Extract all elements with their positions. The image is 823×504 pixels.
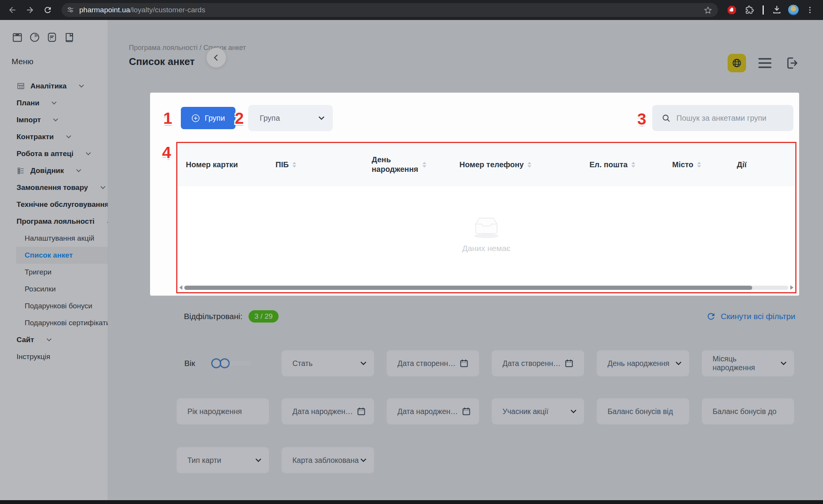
filter-row-2: Рік народженняДата народжен…Дата народже… bbox=[150, 398, 799, 424]
sort-icon[interactable] bbox=[631, 162, 635, 168]
customer-cards-panel: 1 2 3 4 Групи Група bbox=[150, 93, 799, 296]
reload-icon bbox=[43, 5, 52, 15]
bookmark-star-icon[interactable] bbox=[703, 5, 713, 15]
menu-heading: Меню bbox=[0, 43, 108, 66]
filter-stats-row: Відфільтровані: 3 / 29 Скинути всі фільт… bbox=[150, 310, 799, 323]
scroll-left-arrow[interactable] bbox=[179, 285, 182, 290]
sidebar-item-label: Контракти bbox=[17, 133, 54, 141]
site-settings-icon[interactable] bbox=[66, 6, 75, 14]
column-header-actions[interactable]: Дії bbox=[737, 160, 795, 169]
scrollbar-track[interactable] bbox=[184, 286, 788, 290]
reset-filters-link[interactable]: Скинути всі фільтри bbox=[706, 311, 795, 321]
filter-row-3: Тип картиКарта заблокована bbox=[150, 447, 799, 473]
age-filter-slider[interactable] bbox=[211, 358, 230, 368]
chrome-menu-icon[interactable] bbox=[803, 3, 817, 17]
chevron-down-icon bbox=[79, 83, 84, 88]
logout-icon bbox=[784, 55, 799, 71]
sidebar-item-pharmacy-work[interactable]: Робота в аптеці bbox=[0, 145, 108, 162]
filter-card-blocked-select[interactable]: Карта заблокована bbox=[282, 447, 374, 473]
sort-icon[interactable] bbox=[528, 162, 531, 168]
sidebar-item-plans[interactable]: Плани bbox=[0, 95, 108, 111]
calendar-icon bbox=[459, 358, 469, 368]
filter-created-date-from[interactable]: Дата створенн… bbox=[387, 350, 479, 376]
filter-label: Вік bbox=[184, 359, 195, 368]
chevron-down-icon bbox=[676, 359, 682, 366]
groups-button[interactable]: Групи bbox=[181, 107, 235, 129]
column-label: День народження bbox=[372, 155, 419, 174]
filter-promo-participant-select[interactable]: Учасник акції bbox=[492, 398, 584, 424]
sidebar-item-label: Робота в аптеці bbox=[17, 150, 73, 158]
sort-icon[interactable] bbox=[422, 162, 426, 168]
sort-icon[interactable] bbox=[292, 162, 296, 168]
sidebar-item-customer-cards[interactable]: Список анкет bbox=[16, 247, 108, 264]
sidebar-item-gift-certificates[interactable]: Подарункові сертифікати bbox=[0, 314, 108, 331]
browser-forward-button[interactable] bbox=[23, 3, 37, 17]
annotation-marker-1: 1 bbox=[163, 110, 172, 126]
sidebar-item-promo-settings[interactable]: Налаштування акцій bbox=[0, 230, 108, 247]
search-input[interactable] bbox=[676, 114, 784, 123]
scroll-right-arrow[interactable] bbox=[790, 285, 793, 290]
chevron-down-icon bbox=[76, 167, 81, 172]
browser-profile-avatar[interactable] bbox=[788, 4, 799, 16]
filter-birth-date-from[interactable]: Дата народжен… bbox=[282, 398, 374, 424]
table-header-row: Номер карткиПІБДень народженняНомер теле… bbox=[177, 143, 795, 186]
filter-birthday-day-select[interactable]: День народження bbox=[597, 350, 689, 376]
document-icon[interactable] bbox=[46, 32, 58, 43]
group-select[interactable]: Група bbox=[248, 105, 333, 131]
filter-created-date-to[interactable]: Дата створенн… bbox=[492, 350, 584, 376]
hamburger-menu-icon[interactable] bbox=[758, 58, 771, 68]
sidebar-item-import[interactable]: Імпорт bbox=[0, 111, 108, 128]
sidebar-item-instruction[interactable]: Інструкція bbox=[0, 348, 108, 365]
sidebar-item-triggers[interactable]: Тригери bbox=[0, 264, 108, 281]
address-bar[interactable]: pharmapoint.ua/loyalty/customer-cards bbox=[62, 3, 718, 17]
downloads-icon[interactable] bbox=[770, 3, 784, 17]
filter-birth-date-to[interactable]: Дата народжен… bbox=[387, 398, 479, 424]
sidebar-item-goods-order[interactable]: Замовлення товару bbox=[0, 179, 108, 196]
browser-back-button[interactable] bbox=[5, 3, 19, 17]
column-header-card-number[interactable]: Номер картки bbox=[177, 160, 275, 169]
group-search[interactable] bbox=[652, 105, 793, 131]
adblock-extension-icon[interactable] bbox=[725, 3, 739, 17]
language-globe-button[interactable] bbox=[728, 54, 746, 72]
column-header-birthday[interactable]: День народження bbox=[372, 155, 459, 174]
filter-birth-year-input[interactable]: Рік народження bbox=[177, 398, 269, 424]
sort-icon[interactable] bbox=[697, 162, 701, 168]
sidebar-item-directory[interactable]: Довідник bbox=[0, 162, 108, 179]
sidebar-item-contracts[interactable]: Контракти bbox=[0, 128, 108, 145]
filter-bonus-balance-from[interactable]: Баланс бонусів від bbox=[597, 398, 689, 424]
sidebar-item-label: Аналітика bbox=[30, 82, 67, 90]
chevron-down-icon bbox=[100, 184, 105, 189]
column-header-phone-number[interactable]: Номер телефону bbox=[459, 160, 589, 169]
book-icon[interactable] bbox=[63, 32, 75, 43]
filter-card-type-select[interactable]: Тип карти bbox=[177, 447, 269, 473]
filter-bonus-balance-to[interactable]: Баланс бонусів до bbox=[702, 398, 794, 424]
filter-label: Карта заблокована bbox=[292, 456, 359, 465]
sidebar-item-label: Сайт bbox=[17, 336, 34, 344]
sidebar-nav: АналітикаПланиІмпортКонтрактиРобота в ап… bbox=[0, 78, 108, 365]
column-header-city[interactable]: Місто bbox=[672, 160, 737, 169]
chevron-left-icon bbox=[214, 55, 220, 61]
sidebar-item-analytics[interactable]: Аналітика bbox=[0, 78, 108, 95]
sidebar-item-label: Інструкція bbox=[17, 353, 50, 361]
column-header-full-name[interactable]: ПІБ bbox=[275, 160, 372, 169]
archive-box-icon[interactable] bbox=[12, 32, 23, 43]
browser-reload-button[interactable] bbox=[41, 3, 55, 17]
scrollbar-thumb[interactable] bbox=[184, 286, 752, 290]
column-header-email[interactable]: Ел. пошта bbox=[589, 160, 672, 169]
slider-handle-max[interactable] bbox=[220, 358, 230, 368]
sidebar-collapse-button[interactable] bbox=[206, 48, 226, 68]
filter-gender-select[interactable]: Стать bbox=[282, 350, 374, 376]
filter-label: Дата народжен… bbox=[397, 407, 458, 416]
sidebar-item-maintenance[interactable]: Технічне обслуговування bbox=[0, 196, 108, 213]
logout-button[interactable] bbox=[784, 55, 799, 71]
sidebar-item-mailings[interactable]: Розсилки bbox=[0, 281, 108, 298]
pie-chart-icon[interactable] bbox=[29, 32, 40, 43]
filter-label: Дата створенн… bbox=[502, 359, 561, 368]
chrome-divider bbox=[763, 5, 764, 15]
filter-birthday-month-select[interactable]: Місяць народження bbox=[702, 350, 794, 376]
extensions-puzzle-icon[interactable] bbox=[743, 3, 756, 17]
sidebar-item-gift-bonuses[interactable]: Подарункові бонуси bbox=[0, 298, 108, 314]
sidebar-item-loyalty-program[interactable]: Програма лояльності bbox=[0, 213, 108, 230]
sidebar-item-site[interactable]: Сайт bbox=[0, 331, 108, 348]
chevron-down-icon bbox=[255, 456, 262, 462]
